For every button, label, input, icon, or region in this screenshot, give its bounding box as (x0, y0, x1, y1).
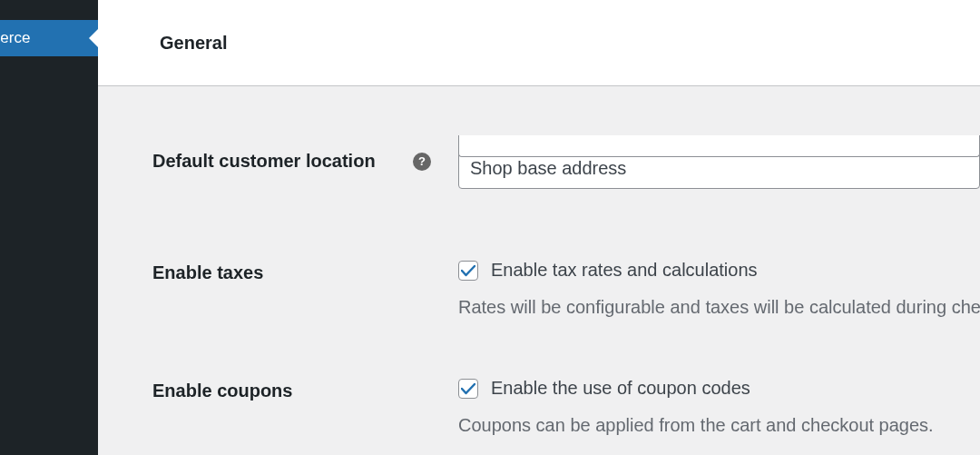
main-content: General Default customer location ? Shop… (98, 0, 980, 455)
enable-coupons-field-area: Enable the use of coupon codes Coupons c… (458, 378, 980, 436)
sidebar-item-woocommerce[interactable]: mmerce (0, 20, 98, 56)
enable-coupons-checkbox-label: Enable the use of coupon codes (491, 378, 750, 399)
help-icon[interactable]: ? (413, 153, 431, 171)
sidebar-item-extensions[interactable]: ons (0, 401, 98, 433)
enable-taxes-field-area: Enable tax rates and calculations Rates … (458, 260, 980, 318)
check-icon (461, 264, 475, 277)
enable-taxes-label: Enable taxes (152, 260, 458, 283)
enable-taxes-checkbox-row: Enable tax rates and calculations (458, 260, 980, 281)
enable-coupons-description: Coupons can be applied from the cart and… (458, 415, 980, 436)
enable-coupons-checkbox-row: Enable the use of coupon codes (458, 378, 980, 399)
sidebar-item-label: mmerce (0, 29, 30, 47)
enable-taxes-checkbox[interactable] (458, 261, 478, 281)
settings-form: Default customer location ? Shop base ad… (98, 148, 980, 455)
tab-general[interactable]: General (160, 33, 227, 54)
select-cutoff-above[interactable] (458, 135, 980, 157)
row-enable-taxes: Enable taxes Enable tax rates and calcul… (152, 260, 980, 318)
enable-taxes-description: Rates will be configurable and taxes wil… (458, 297, 980, 318)
check-icon (461, 382, 475, 395)
admin-sidebar: mmerce ons (0, 0, 98, 455)
default-location-label: Default customer location ? (152, 148, 458, 172)
tab-header: General (98, 0, 980, 86)
enable-coupons-label: Enable coupons (152, 378, 458, 401)
enable-taxes-checkbox-label: Enable tax rates and calculations (491, 260, 758, 281)
row-enable-coupons: Enable coupons Enable the use of coupon … (152, 378, 980, 436)
enable-coupons-checkbox[interactable] (458, 379, 478, 399)
